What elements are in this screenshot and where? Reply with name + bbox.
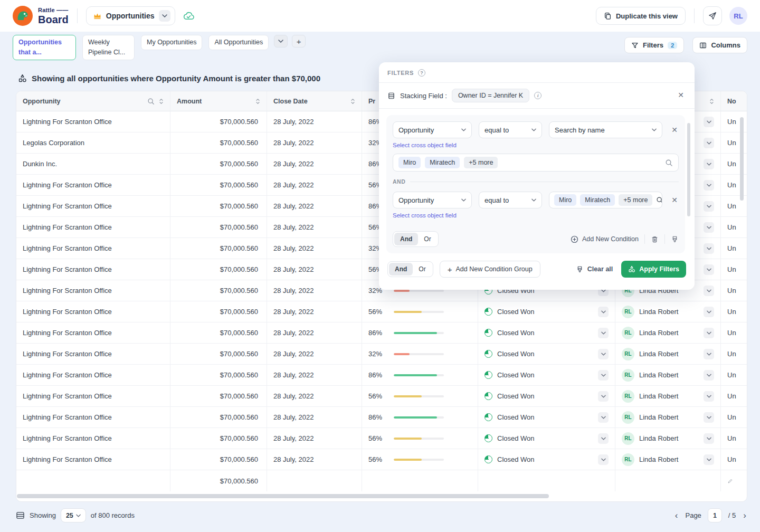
value-chip-2-0[interactable]: Miro xyxy=(554,194,576,206)
owner-dropdown-chevron[interactable] xyxy=(704,159,714,169)
view-switcher[interactable]: Opportunities xyxy=(86,6,175,25)
owner-dropdown-chevron[interactable] xyxy=(704,180,714,191)
apply-filters-button[interactable]: Apply Filters xyxy=(621,261,686,278)
add-view-button[interactable]: + xyxy=(292,35,306,48)
owner-dropdown-chevron[interactable] xyxy=(704,433,714,444)
note-cell: Un xyxy=(721,386,747,407)
clear-group-brush-icon[interactable] xyxy=(671,235,679,243)
stacking-field-value[interactable]: Owner ID = Jennifer K xyxy=(452,89,529,102)
sort-icon[interactable] xyxy=(255,98,260,105)
remove-condition-icon[interactable]: ✕ xyxy=(670,126,679,134)
stage-dropdown-chevron[interactable] xyxy=(598,433,609,444)
owner-dropdown-chevron[interactable] xyxy=(704,222,714,233)
owner-dropdown-chevron[interactable] xyxy=(704,454,714,465)
close-date-cell: 28 July, 2022 xyxy=(267,386,362,407)
view-tab-2[interactable]: My Opportunities xyxy=(141,35,202,50)
edit-pencil-icon[interactable] xyxy=(727,478,733,484)
selected-values-input-2[interactable]: MiroMiratech +5 more xyxy=(549,192,662,208)
stage-dropdown-chevron[interactable] xyxy=(598,370,609,381)
probability-cell: 86% xyxy=(362,407,478,428)
user-avatar[interactable]: RL xyxy=(729,7,747,25)
close-date-cell: 28 July, 2022 xyxy=(267,217,362,238)
root-and-toggle[interactable]: And xyxy=(389,263,413,276)
field-select[interactable]: Opportunity xyxy=(393,121,472,138)
owner-dropdown-chevron[interactable] xyxy=(704,328,714,338)
next-page-button[interactable]: › xyxy=(742,511,747,520)
field-select-2[interactable]: Opportunity xyxy=(393,192,472,208)
sort-icon[interactable] xyxy=(709,98,714,105)
stage-pie-icon xyxy=(484,392,492,400)
current-page-input[interactable]: 1 xyxy=(708,508,722,522)
column-header-1[interactable]: Amount xyxy=(170,91,267,111)
stage-dropdown-chevron[interactable] xyxy=(598,349,609,359)
owner-dropdown-chevron[interactable] xyxy=(704,117,714,127)
view-tab-3[interactable]: All Opportunities xyxy=(208,35,269,50)
selected-values-input[interactable]: MiroMiratech +5 more xyxy=(393,154,679,172)
cross-object-field-link-2[interactable]: Select cross object field xyxy=(393,212,457,218)
chevron-down-icon[interactable] xyxy=(159,10,170,22)
or-toggle[interactable]: Or xyxy=(418,233,436,245)
prev-page-button[interactable]: ‹ xyxy=(674,511,679,520)
owner-dropdown-chevron[interactable] xyxy=(704,138,714,148)
amount-cell: $70,000.560 xyxy=(170,280,267,301)
owner-dropdown-chevron[interactable] xyxy=(704,391,714,402)
stage-dropdown-chevron[interactable] xyxy=(598,454,609,465)
more-values-chip-2[interactable]: +5 more xyxy=(619,194,652,206)
operator-select[interactable]: equal to xyxy=(479,121,542,138)
add-new-condition-button[interactable]: Add New Condition xyxy=(571,235,639,243)
stage-dropdown-chevron[interactable] xyxy=(598,307,609,317)
more-views-chevron-button[interactable] xyxy=(274,35,288,48)
owner-dropdown-chevron[interactable] xyxy=(704,349,714,359)
owner-dropdown-chevron[interactable] xyxy=(704,243,714,254)
sort-icon[interactable] xyxy=(159,98,164,105)
view-tab-1[interactable]: Weekly Pipeline Cl... xyxy=(82,35,135,60)
filters-button[interactable]: Filters 2 xyxy=(624,37,684,53)
page-size-select[interactable]: 25 xyxy=(61,508,86,522)
sort-icon[interactable] xyxy=(350,98,355,105)
info-icon: i xyxy=(534,92,542,99)
and-toggle[interactable]: And xyxy=(394,233,418,245)
probability-cell: 56% xyxy=(362,301,478,322)
probability-cell: 86% xyxy=(362,322,478,344)
value-select[interactable]: Search by name xyxy=(549,121,662,138)
horizontal-scrollbar[interactable] xyxy=(17,494,549,498)
value-chip-2-1[interactable]: Miratech xyxy=(580,194,615,206)
delete-group-icon[interactable] xyxy=(651,235,659,243)
owner-dropdown-chevron[interactable] xyxy=(704,201,714,212)
owner-dropdown-chevron[interactable] xyxy=(704,412,714,423)
view-tab-0[interactable]: Opportunities that a... xyxy=(13,35,76,60)
probability-bar xyxy=(394,353,444,355)
close-panel-icon[interactable]: ✕ xyxy=(678,91,684,99)
opportunity-cell: Lightning For Scranton Office xyxy=(16,386,170,407)
owner-dropdown-chevron[interactable] xyxy=(704,264,714,275)
more-values-chip[interactable]: +5 more xyxy=(464,157,498,168)
probability-bar xyxy=(394,459,444,461)
duplicate-view-button[interactable]: Duplicate this view xyxy=(596,7,686,25)
cross-object-field-link[interactable]: Select cross object field xyxy=(393,142,457,148)
vertical-scrollbar[interactable] xyxy=(740,117,744,201)
stage-dropdown-chevron[interactable] xyxy=(598,328,609,338)
value-chip-1-0[interactable]: Miro xyxy=(398,157,421,168)
add-condition-group-button[interactable]: + Add New Condition Group xyxy=(440,261,540,278)
clear-all-button[interactable]: Clear all xyxy=(576,265,613,273)
operator-select-2[interactable]: equal to xyxy=(479,192,542,208)
search-icon[interactable] xyxy=(147,98,155,105)
panel-scrollbar[interactable] xyxy=(687,123,690,216)
column-header-2[interactable]: Close Date xyxy=(267,91,362,111)
value-chip-1-1[interactable]: Miratech xyxy=(425,157,460,168)
stage-dropdown-chevron[interactable] xyxy=(598,412,609,423)
stage-dropdown-chevron[interactable] xyxy=(598,391,609,402)
remove-condition-2-icon[interactable]: ✕ xyxy=(670,196,679,204)
column-label: Amount xyxy=(177,98,202,105)
owner-dropdown-chevron[interactable] xyxy=(704,286,714,296)
help-icon[interactable]: ? xyxy=(418,69,425,77)
owner-dropdown-chevron[interactable] xyxy=(704,307,714,317)
columns-button[interactable]: Columns xyxy=(692,37,747,53)
send-button[interactable] xyxy=(703,6,722,25)
filters-label: Filters xyxy=(643,41,663,49)
column-header-0[interactable]: Opportunity xyxy=(16,91,170,111)
owner-dropdown-chevron[interactable] xyxy=(704,370,714,381)
column-header-6[interactable]: No xyxy=(721,91,747,111)
root-or-toggle[interactable]: Or xyxy=(413,263,431,276)
probability-cell: 86% xyxy=(362,365,478,386)
